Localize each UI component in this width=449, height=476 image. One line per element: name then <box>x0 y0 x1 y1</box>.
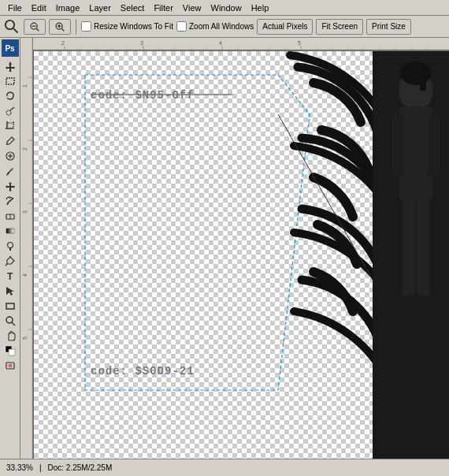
tool-clone-stamp[interactable] <box>2 179 18 193</box>
zoom-out-btn[interactable] <box>24 19 46 35</box>
tool-heal[interactable] <box>2 149 18 163</box>
tool-history-brush[interactable] <box>2 194 18 208</box>
svg-point-88 <box>400 61 432 85</box>
tool-crop[interactable] <box>2 119 18 133</box>
status-sep: | <box>39 463 42 472</box>
zoom-in-btn[interactable] <box>49 19 71 35</box>
menu-edit[interactable]: Edit <box>27 2 51 13</box>
svg-text:4: 4 <box>22 273 28 277</box>
tool-path-select[interactable] <box>2 284 18 298</box>
svg-line-32 <box>12 322 15 325</box>
vertical-ruler: 1 2 3 4 5 <box>20 38 33 459</box>
tool-dodge[interactable] <box>2 239 18 253</box>
svg-text:T: T <box>7 271 13 281</box>
tool-marquee-rect[interactable] <box>2 74 18 88</box>
svg-line-17 <box>6 143 8 145</box>
svg-point-31 <box>6 317 13 323</box>
menu-file[interactable]: File <box>3 2 27 13</box>
menu-bar: File Edit Image Layer Select Filter View… <box>0 0 449 16</box>
status-zoom: 33.33% <box>6 463 33 472</box>
svg-text:code: $N95-Off: code: $N95-Off <box>91 89 195 102</box>
tool-text[interactable]: T <box>2 269 18 283</box>
zoom-all-label: Zoom All Windows <box>189 22 254 31</box>
svg-rect-34 <box>9 349 15 355</box>
svg-marker-9 <box>6 61 15 72</box>
tool-lasso[interactable] <box>2 89 18 103</box>
toolbox: Ps <box>0 38 20 459</box>
svg-rect-84 <box>392 114 404 177</box>
horizontal-ruler: 2 3 4 5 <box>33 38 449 50</box>
tool-eyedropper[interactable] <box>2 134 18 148</box>
zoom-all-checkbox[interactable] <box>176 21 187 32</box>
tool-eraser[interactable] <box>2 209 18 223</box>
svg-text:3: 3 <box>22 210 28 214</box>
canvas-area[interactable]: 2 3 4 5 <box>20 38 449 459</box>
tool-shape[interactable] <box>2 299 18 313</box>
svg-marker-77 <box>85 75 310 390</box>
tool-quick-select[interactable] <box>2 104 18 118</box>
svg-point-11 <box>6 110 11 115</box>
tool-pen[interactable] <box>2 254 18 268</box>
menu-select[interactable]: Select <box>116 2 150 13</box>
svg-line-12 <box>10 107 14 110</box>
menu-image[interactable]: Image <box>51 2 85 13</box>
svg-line-3 <box>36 28 39 31</box>
svg-text:2: 2 <box>22 147 28 151</box>
svg-point-0 <box>6 20 14 28</box>
svg-rect-24 <box>6 229 14 233</box>
foreground-background-colors[interactable] <box>2 344 18 358</box>
menu-filter[interactable]: Filter <box>149 2 177 13</box>
status-doc-info: Doc: 2.25M/2.25M <box>48 463 113 472</box>
menu-layer[interactable]: Layer <box>84 2 116 13</box>
actual-pixels-btn[interactable]: Actual Pixels <box>257 19 313 35</box>
svg-text:5: 5 <box>298 40 301 46</box>
options-toolbar: Resize Windows To Fit Zoom All Windows A… <box>0 16 449 38</box>
svg-line-6 <box>61 28 64 31</box>
main-area: Ps <box>0 38 449 459</box>
status-bar: 33.33% | Doc: 2.25M/2.25M <box>0 459 449 476</box>
zoom-all-group: Zoom All Windows <box>176 21 254 32</box>
resize-windows-group: Resize Windows To Fit <box>81 21 173 32</box>
separator-1 <box>76 19 76 35</box>
fit-screen-btn[interactable]: Fit Screen <box>316 19 363 35</box>
resize-windows-checkbox[interactable] <box>81 21 91 32</box>
tool-quick-mask[interactable] <box>2 359 18 373</box>
tool-brush[interactable] <box>2 164 18 178</box>
svg-rect-30 <box>6 303 14 309</box>
zoom-tool-icon[interactable] <box>3 18 20 35</box>
svg-line-1 <box>13 28 18 32</box>
print-size-btn[interactable]: Print Size <box>366 19 411 35</box>
svg-line-27 <box>6 264 7 266</box>
svg-rect-86 <box>403 201 415 296</box>
svg-rect-85 <box>428 114 440 177</box>
ps-logo: Ps <box>2 39 19 57</box>
svg-text:5: 5 <box>22 337 28 340</box>
svg-point-28 <box>9 256 11 258</box>
menu-help[interactable]: Help <box>247 2 274 13</box>
canvas-svg: code: $N95-Off <box>34 51 449 459</box>
svg-text:1: 1 <box>22 84 28 87</box>
svg-text:2: 2 <box>61 40 65 46</box>
tool-zoom-canvas[interactable] <box>2 314 18 328</box>
menu-window[interactable]: Window <box>206 2 247 13</box>
svg-point-25 <box>7 243 13 248</box>
svg-rect-87 <box>417 201 429 296</box>
canvas-content[interactable]: code: $N95-Off <box>34 51 449 459</box>
svg-point-36 <box>8 364 12 368</box>
svg-text:4: 4 <box>219 40 222 46</box>
svg-text:code: $S0D9-21: code: $S0D9-21 <box>91 365 195 377</box>
svg-rect-10 <box>6 78 14 84</box>
tool-hand[interactable] <box>2 329 18 343</box>
resize-windows-label: Resize Windows To Fit <box>94 22 173 31</box>
tool-move[interactable] <box>2 59 18 73</box>
svg-rect-89 <box>420 67 426 91</box>
menu-view[interactable]: View <box>178 2 206 13</box>
tool-gradient[interactable] <box>2 224 18 238</box>
svg-text:3: 3 <box>140 40 143 46</box>
